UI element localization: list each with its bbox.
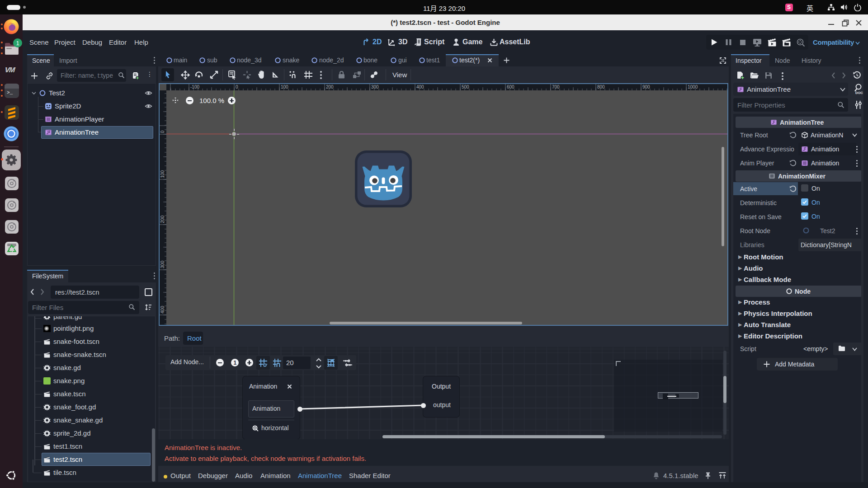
svg-text:DOC: DOC xyxy=(855,91,863,95)
svg-text:>_: >_ xyxy=(7,90,13,95)
svg-text:1: 1 xyxy=(16,40,19,47)
